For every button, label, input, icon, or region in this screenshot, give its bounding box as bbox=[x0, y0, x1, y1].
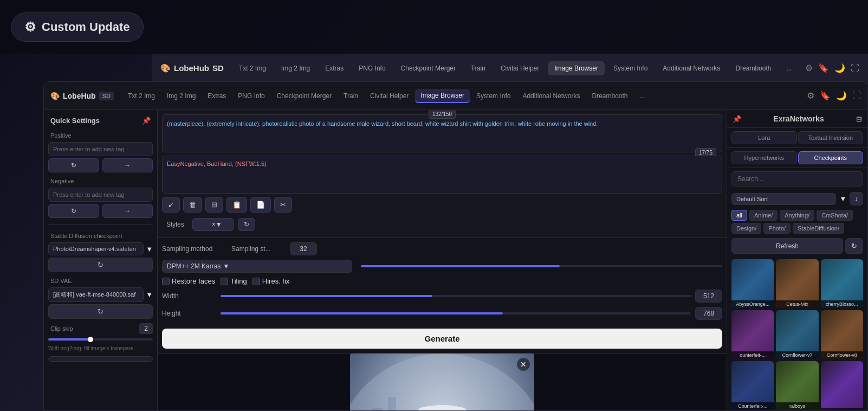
nav-tab-more[interactable]: ... bbox=[634, 89, 651, 102]
filter-cmshota[interactable]: CmShota/ bbox=[817, 210, 853, 221]
filter-all[interactable]: all bbox=[731, 210, 747, 221]
moon-icon[interactable]: 🌙 bbox=[836, 91, 847, 101]
tab-textual-inversion[interactable]: Textual Inversion bbox=[798, 131, 864, 144]
bookmark-icon-back[interactable]: 🔖 bbox=[818, 63, 829, 73]
styles-select[interactable]: ×▼ bbox=[192, 218, 234, 231]
model-card-2[interactable]: Cetus-Mix bbox=[776, 259, 818, 308]
nav-tab-back-txt2img[interactable]: Txt 2 Img bbox=[232, 61, 273, 75]
styles-label: Styles bbox=[166, 221, 188, 228]
logo-back: 🎨 LobeHub SD bbox=[160, 63, 224, 73]
nav-tab-checkpoint[interactable]: Checkpoint Merger bbox=[271, 89, 337, 102]
nav-tab-additional[interactable]: Additional Networks bbox=[517, 89, 585, 102]
negative-next-btn[interactable]: → bbox=[102, 204, 153, 218]
vae-refresh-btn[interactable]: ↻ bbox=[48, 304, 153, 319]
positive-input[interactable] bbox=[48, 142, 153, 156]
fill-input[interactable] bbox=[48, 356, 153, 362]
settings-icon[interactable]: ⚙ bbox=[807, 91, 814, 101]
filter-anime[interactable]: Anime/ bbox=[749, 210, 778, 221]
copy-btn[interactable]: 📋 bbox=[226, 197, 247, 213]
filter-tags: all Anime/ Anything/ CmShota/ Design/ Ph… bbox=[727, 208, 867, 236]
refresh-icon-btn[interactable]: ↻ bbox=[845, 238, 863, 254]
nav-tab-back-more[interactable]: ... bbox=[780, 61, 798, 75]
negative-input[interactable] bbox=[48, 188, 153, 202]
model-card-1[interactable]: AbyssOrange... bbox=[731, 259, 774, 308]
nav-tab-back-additional[interactable]: Additional Networks bbox=[656, 61, 727, 75]
nav-tab-back-img2img[interactable]: Img 2 Img bbox=[275, 61, 316, 75]
negative-prompt-text[interactable]: EasyNegative, BadHand, (NSFW:1.5) bbox=[167, 160, 717, 167]
nav-tab-system[interactable]: System Info bbox=[471, 89, 516, 102]
negative-refresh-btn[interactable]: ↻ bbox=[48, 204, 99, 218]
filter-anything[interactable]: Anything/ bbox=[780, 210, 814, 221]
bookmark-icon[interactable]: 🔖 bbox=[820, 91, 831, 101]
checkpoint-select[interactable]: Photo\Dreamshaper-v4.safeten bbox=[48, 242, 144, 255]
arrow-down-left-btn[interactable]: ↙ bbox=[162, 197, 180, 213]
checkpoint-refresh-btn[interactable]: ↻ bbox=[48, 258, 153, 272]
sampling-steps-slider[interactable] bbox=[361, 265, 722, 267]
positive-refresh-btn[interactable]: ↻ bbox=[48, 158, 99, 172]
split-btn[interactable]: ⊟ bbox=[205, 197, 223, 213]
positive-prompt-text[interactable]: (masterpiece), (extremely intricate), ph… bbox=[167, 119, 717, 129]
tab-lora[interactable]: Lora bbox=[731, 131, 797, 144]
model-card-3[interactable]: cherryBlosso... bbox=[821, 259, 863, 308]
nav-tab-image-browser[interactable]: Image Browser bbox=[415, 89, 470, 103]
model-card-4[interactable]: ounterfeit-... bbox=[731, 310, 774, 359]
expand-icon-back[interactable]: ⛶ bbox=[851, 63, 859, 73]
expand-icon[interactable]: ⛶ bbox=[852, 91, 861, 101]
generate-button[interactable]: Generate bbox=[162, 329, 722, 349]
filter-stablediffusion[interactable]: StableDiffusion/ bbox=[793, 223, 844, 234]
moon-icon-back[interactable]: 🌙 bbox=[834, 63, 845, 73]
edit-btn[interactable]: ✂ bbox=[274, 197, 292, 213]
positive-next-btn[interactable]: → bbox=[102, 158, 153, 172]
nav-tab-back-system[interactable]: System Info bbox=[607, 61, 654, 75]
nav-tab-back-civitai[interactable]: Civitai Helper bbox=[494, 61, 546, 75]
sampling-method-select[interactable]: DPM++ 2M Karras ▼ bbox=[162, 260, 352, 273]
sort-direction-btn[interactable]: ↓ bbox=[850, 192, 863, 206]
image-close-btn[interactable]: ✕ bbox=[517, 358, 530, 371]
expand-icon-right[interactable]: ⊟ bbox=[856, 115, 862, 123]
tiling-checkbox[interactable]: Tiling bbox=[221, 277, 247, 285]
filter-photo[interactable]: Photo/ bbox=[763, 223, 791, 234]
vae-select[interactable]: [高精和] vae-ft-mse-840000.saf bbox=[48, 287, 144, 302]
nav-tab-back-dreambooth[interactable]: Dreambooth bbox=[729, 61, 778, 75]
nav-tab-extras[interactable]: Extras bbox=[202, 89, 231, 102]
nav-tab-dreambooth[interactable]: Dreambooth bbox=[586, 89, 633, 102]
refresh-btn[interactable]: Refresh bbox=[731, 238, 843, 254]
model-card-5[interactable]: Cornflower-v7 bbox=[776, 310, 818, 359]
settings-icon-back[interactable]: ⚙ bbox=[805, 63, 813, 73]
height-slider[interactable] bbox=[221, 312, 691, 314]
clip-skip-slider[interactable] bbox=[48, 338, 153, 341]
trash-btn[interactable]: 🗑 bbox=[183, 197, 202, 213]
model-label-1: AbyssOrange... bbox=[731, 300, 774, 308]
nav-tab-back-png[interactable]: PNG Info bbox=[352, 61, 392, 75]
nav-tab-txt2img[interactable]: Txt 2 Img bbox=[122, 89, 160, 102]
nav-tab-png[interactable]: PNG Info bbox=[232, 89, 270, 102]
sort-select[interactable]: Default Sort bbox=[731, 193, 836, 205]
nav-tab-back-checkpoint[interactable]: Checkpoint Merger bbox=[394, 61, 462, 75]
nav-bar-back: 🎨 LobeHub SD Txt 2 Img Img 2 Img Extras … bbox=[152, 53, 868, 84]
tab-hypernetworks[interactable]: Hypernetworks bbox=[731, 151, 797, 164]
nav-tab-civitai[interactable]: Civitai Helper bbox=[365, 89, 414, 102]
model-card-6[interactable]: Cornflower-v8 bbox=[821, 310, 863, 359]
tab-checkpoints[interactable]: Checkpoints bbox=[798, 151, 864, 164]
generate-area: Generate bbox=[158, 324, 727, 410]
restore-faces-checkbox[interactable]: Restore faces bbox=[162, 277, 215, 285]
hires-fix-checkbox[interactable]: Hires. fix bbox=[252, 277, 290, 285]
styles-refresh-btn[interactable]: ↻ bbox=[238, 218, 255, 231]
filter-design[interactable]: Design/ bbox=[731, 223, 761, 234]
nav-tab-back-train[interactable]: Train bbox=[464, 61, 492, 75]
styles-row: Styles ×▼ ↻ bbox=[162, 216, 722, 233]
width-slider[interactable] bbox=[221, 295, 691, 297]
model-label-6: Cornflower-v8 bbox=[821, 351, 863, 359]
nav-tab-back-image-browser[interactable]: Image Browser bbox=[548, 61, 605, 75]
sidebar-pin-icon[interactable]: 📌 bbox=[142, 117, 151, 125]
paste-btn[interactable]: 📄 bbox=[250, 197, 271, 213]
pin-icon-right[interactable]: 📌 bbox=[733, 115, 741, 123]
search-input[interactable] bbox=[731, 171, 863, 187]
nav-tab-train[interactable]: Train bbox=[338, 89, 364, 102]
nav-tab-img2img[interactable]: Img 2 Img bbox=[161, 89, 201, 102]
model-card-7[interactable]: Counterfeit-... bbox=[731, 361, 774, 410]
nav-tab-back-extras[interactable]: Extras bbox=[319, 61, 350, 75]
custom-update-button[interactable]: ⚙ Custom Update bbox=[11, 12, 144, 42]
model-card-8[interactable]: ralboys bbox=[776, 361, 818, 410]
model-card-9[interactable] bbox=[821, 361, 863, 410]
